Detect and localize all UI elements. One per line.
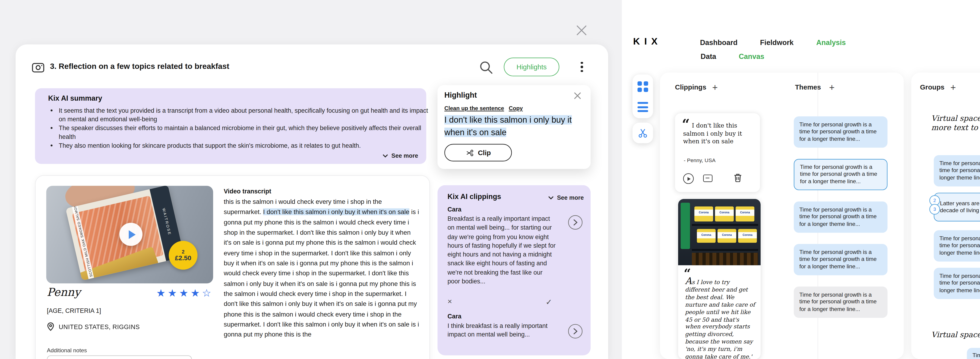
participant-location: UNITED STATES, RIGGINS bbox=[47, 322, 140, 331]
video-transcript-text: this is the salmon i would check every t… bbox=[224, 197, 419, 340]
open-clipping-button[interactable] bbox=[568, 215, 582, 230]
highlight-popover-title: Highlight bbox=[444, 91, 477, 99]
page-title: 3. Reflection on a few topics related to… bbox=[50, 62, 229, 71]
play-icon bbox=[119, 223, 143, 246]
groups-column-title: Groups bbox=[920, 83, 945, 91]
participant-age-criteria: [AGE, CRITERIA 1] bbox=[47, 307, 101, 314]
nav-analysis[interactable]: Analysis bbox=[816, 39, 846, 46]
nav-dashboard[interactable]: Dashboard bbox=[700, 39, 737, 46]
group-card[interactable]: Time for personal growth is a time for p… bbox=[934, 230, 980, 262]
nav-fieldwork[interactable]: Fieldwork bbox=[760, 39, 794, 46]
clip-button[interactable]: Clip bbox=[444, 144, 512, 161]
groups-board: Groups + Virtual spaces more text to ex.… bbox=[911, 73, 980, 359]
note-card-icon[interactable] bbox=[703, 175, 713, 182]
add-theme-button[interactable]: + bbox=[826, 81, 838, 94]
nav-data[interactable]: Data bbox=[701, 53, 716, 60]
summary-bullet: The speaker discusses their efforts to m… bbox=[59, 124, 429, 141]
play-clip-icon[interactable] bbox=[683, 173, 694, 184]
clipping-text: I think breakfast is a really important … bbox=[448, 322, 556, 340]
theme-card[interactable]: Time for personal growth is a time for p… bbox=[794, 116, 888, 148]
camera-icon bbox=[31, 61, 45, 75]
clipping-speaker: Cara bbox=[448, 206, 461, 213]
clipping-speaker: Cara bbox=[448, 313, 461, 320]
star-empty-icon: ☆ bbox=[202, 287, 213, 299]
star-filled-icon: ★★★★ bbox=[156, 287, 202, 299]
ai-summary-panel: Kix AI summary It seems that the text yo… bbox=[35, 88, 426, 164]
ai-clippings-panel: Kix AI clippings See more Cara Breakfast… bbox=[438, 185, 590, 356]
list-view-icon[interactable] bbox=[638, 102, 648, 112]
location-pin-icon bbox=[47, 322, 54, 331]
see-more-button[interactable]: See more bbox=[383, 152, 418, 159]
summary-bullet: It seems that the text you provided is a… bbox=[59, 107, 429, 123]
close-icon[interactable] bbox=[576, 22, 592, 38]
group-card[interactable]: Latter years are seen as a decade of liv… bbox=[934, 193, 980, 222]
chevron-down-icon bbox=[383, 153, 388, 157]
beer-fridge-image: Corona Corona Corona Corona Corona Coron… bbox=[678, 199, 760, 265]
kix-app: KIX Dashboard Fieldwork Analysis Data Ca… bbox=[622, 0, 980, 359]
clippings-column-title: Clippings bbox=[675, 83, 706, 91]
see-more-button[interactable]: See more bbox=[548, 194, 584, 201]
scissors-tool-icon[interactable] bbox=[633, 123, 653, 143]
themes-column-title: Themes bbox=[795, 83, 821, 91]
clean-up-sentence-link[interactable]: Clean up the sentence bbox=[444, 105, 504, 111]
additional-notes-input[interactable] bbox=[47, 355, 192, 359]
group-card[interactable]: Time for personal growth is a time for p… bbox=[967, 348, 980, 359]
close-icon[interactable] bbox=[574, 90, 585, 101]
kebab-menu-icon[interactable] bbox=[574, 59, 589, 75]
price-badge: 2 £2.50 bbox=[169, 241, 197, 270]
chevron-right-icon bbox=[573, 219, 578, 226]
participant-name: Penny bbox=[47, 286, 80, 298]
clipping-quote: As I love to try different beer and get … bbox=[685, 278, 755, 359]
clipping-quote: I don't like this salmon i only buy it w… bbox=[683, 122, 754, 146]
reject-clipping-icon[interactable]: × bbox=[448, 297, 452, 306]
chevron-right-icon bbox=[573, 328, 578, 335]
bottles-row bbox=[692, 253, 758, 265]
green-sign bbox=[681, 203, 690, 249]
highlighted-sentence[interactable]: I don't like this salmon i only buy it w… bbox=[263, 209, 409, 215]
summary-bullet: They also mention looking for skincare p… bbox=[59, 142, 429, 150]
search-icon[interactable] bbox=[479, 59, 495, 75]
canvas-toolbar bbox=[633, 75, 653, 118]
kix-logo: KIX bbox=[633, 36, 662, 46]
clipping-card[interactable]: Corona Corona Corona Corona Corona Coron… bbox=[678, 199, 760, 359]
theme-card[interactable]: Time for personal growth is a time for p… bbox=[794, 159, 888, 190]
ai-clippings-title: Kix AI clippings bbox=[448, 193, 501, 200]
star-rating[interactable]: ★★★★☆ bbox=[156, 287, 213, 299]
ai-summary-title: Kix AI summary bbox=[48, 94, 102, 102]
clipping-attribution: - Penny, USA bbox=[684, 157, 716, 163]
clipping-text: Breakfast is a really important impact o… bbox=[448, 214, 556, 286]
theme-card[interactable]: Time for personal growth is a time for p… bbox=[794, 244, 888, 275]
add-clipping-button[interactable]: + bbox=[709, 81, 721, 94]
ai-summary-list: It seems that the text you provided is a… bbox=[50, 107, 429, 151]
accept-clipping-icon[interactable]: ✓ bbox=[546, 297, 552, 306]
group-count-badge: 3 bbox=[929, 204, 940, 214]
group-card[interactable]: Time for personal growth is a time for p… bbox=[934, 155, 980, 187]
reflection-modal: 3. Reflection on a few topics related to… bbox=[16, 45, 608, 359]
open-clipping-button[interactable] bbox=[568, 324, 582, 338]
add-group-button[interactable]: + bbox=[947, 81, 959, 94]
screenshot-root: 3. Reflection on a few topics related to… bbox=[0, 0, 980, 359]
theme-card[interactable]: Time for personal growth is a time for p… bbox=[794, 201, 888, 233]
trash-icon[interactable] bbox=[734, 173, 743, 183]
highlight-popover: Highlight Clean up the sentence Copy I d… bbox=[438, 85, 590, 169]
copy-link[interactable]: Copy bbox=[509, 105, 523, 111]
scissors-icon bbox=[465, 148, 474, 157]
reflection-window: 3. Reflection on a few topics related to… bbox=[0, 0, 622, 359]
additional-notes-label: Additional notes bbox=[47, 347, 87, 353]
canvas-board: Clippings + Themes + “ I don't like this… bbox=[660, 73, 904, 359]
group-heading: Virtual spaces more text to ex... bbox=[931, 114, 980, 132]
highlighted-selection-text: I don't like this salmon i only buy it w… bbox=[444, 114, 587, 138]
transcript-title: Video transcript bbox=[224, 188, 271, 195]
grid-view-icon[interactable] bbox=[638, 81, 648, 92]
group-heading: Virtual spaces bbox=[931, 330, 980, 340]
highlights-button[interactable]: Highlights bbox=[504, 57, 559, 76]
theme-card[interactable]: Time for personal growth is a time for p… bbox=[794, 287, 888, 318]
participant-card: WAITROSE SCOTTISH MILD OAK SMOKED SALMON… bbox=[35, 175, 430, 359]
nav-canvas[interactable]: Canvas bbox=[739, 53, 764, 60]
group-card[interactable]: Time for personal growth is a time for p… bbox=[934, 268, 980, 299]
chevron-down-icon bbox=[548, 196, 554, 199]
video-thumbnail[interactable]: WAITROSE SCOTTISH MILD OAK SMOKED SALMON… bbox=[46, 186, 213, 283]
clipping-card[interactable]: “ I don't like this salmon i only buy it… bbox=[675, 113, 760, 192]
